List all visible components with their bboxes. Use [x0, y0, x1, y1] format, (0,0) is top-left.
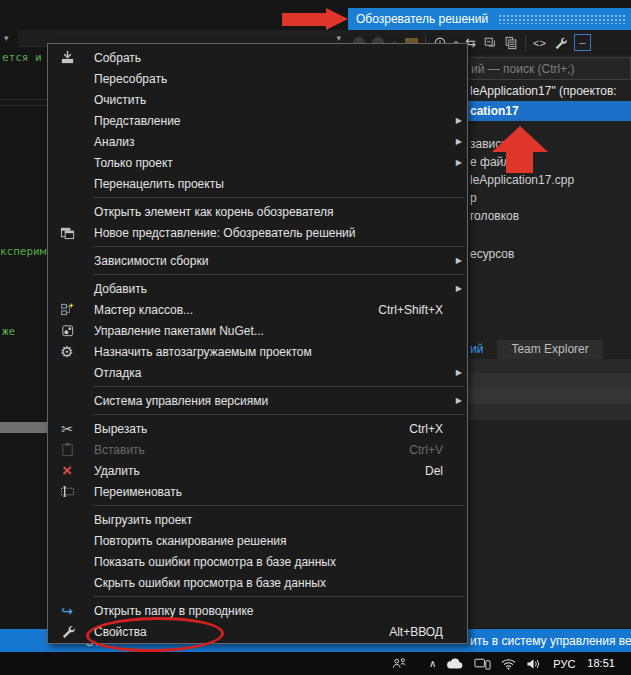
menu-item-clean[interactable]: Очистить [48, 89, 467, 110]
nuget-icon [57, 323, 77, 339]
menu-item-rename[interactable]: Переименовать [48, 481, 467, 502]
screen: ▾ ▾ ется иксперимже Обозреватель решений… [0, 0, 631, 675]
annotation-arrow-up-head [492, 126, 548, 152]
menu-item-label: Мастер классов... [94, 303, 193, 317]
submenu-arrow-icon: ▶ [456, 396, 462, 405]
tab-team-explorer[interactable]: Team Explorer [497, 340, 602, 359]
menu-item-scope-to-this[interactable]: Открыть элемент как корень обозревателя [48, 201, 467, 222]
properties-row [456, 359, 631, 373]
search-input[interactable]: ий — поиск (Ctrl+;) [458, 57, 631, 80]
people-icon[interactable] [392, 656, 407, 671]
show-all-files-icon[interactable] [504, 36, 518, 50]
menu-item-set-startup-project[interactable]: ⚙Назначить автозагружаемым проектом [48, 341, 467, 362]
menu-separator [93, 505, 464, 506]
menu-item-label: Вставить [94, 443, 145, 457]
menu-item-label: Новое представление: Обозреватель решени… [94, 226, 355, 240]
chevron-up-icon[interactable]: ∧ [429, 658, 436, 669]
menu-item-project-only[interactable]: Только проект▶ [48, 152, 467, 173]
menu-item-label: Пересобрать [94, 72, 167, 86]
tree-item-3[interactable]: р [470, 189, 477, 207]
panel-title: Обозреватель решений [356, 12, 488, 26]
rename-icon [57, 484, 77, 500]
solution-explorer-title-bar[interactable]: Обозреватель решений [348, 8, 631, 30]
paste-icon [57, 442, 77, 458]
menu-item-label: Переименовать [94, 485, 182, 499]
menu-item-shortcut: Ctrl+V [409, 443, 443, 457]
properties-row [456, 404, 631, 420]
clock[interactable]: 18:51 [587, 658, 615, 669]
menu-item-label: Перенацелить проекты [94, 177, 224, 191]
selected-project-node[interactable]: cation17 [455, 101, 631, 121]
wifi-icon[interactable] [501, 658, 516, 670]
code-comment-fragment: же [2, 325, 15, 338]
menu-item-build-dependencies[interactable]: Зависимости сборки▶ [48, 250, 467, 271]
dock-pin-icon[interactable]: ─ [574, 34, 591, 51]
menu-item-source-control[interactable]: Система управления версиями▶ [48, 390, 467, 411]
solution-node[interactable]: leApplication17" (проектов: [470, 84, 617, 98]
menu-item-debug[interactable]: Отладка▶ [48, 362, 467, 383]
collapse-all-icon[interactable] [483, 36, 497, 50]
menu-separator [93, 246, 464, 247]
view-code-icon[interactable]: <> [533, 37, 546, 49]
selected-project-label: cation17 [470, 104, 519, 118]
menu-item-hide-db-errors[interactable]: Скрыть ошибки просмотра в базе данных [48, 572, 467, 593]
submenu-arrow-icon: ▶ [456, 284, 462, 293]
editor-divider [0, 99, 47, 100]
menu-item-shortcut: Ctrl+Shift+X [378, 303, 443, 317]
properties-wrench-icon[interactable] [553, 36, 567, 50]
menu-item-paste: ВставитьCtrl+V [48, 439, 467, 460]
menu-item-label: Вырезать [94, 422, 147, 436]
language-indicator[interactable]: РУС [553, 658, 575, 670]
menu-item-label: Управление пакетами NuGet... [94, 324, 264, 338]
speaker-icon[interactable] [526, 658, 541, 670]
search-placeholder: ий — поиск (Ctrl+;) [471, 62, 575, 76]
menu-item-rescan-solution[interactable]: Повторить сканирование решения [48, 530, 467, 551]
menu-item-label: Удалить [94, 464, 140, 478]
tree-item-4[interactable]: головков [470, 207, 519, 225]
menu-separator [93, 414, 464, 415]
menu-item-label: Только проект [94, 156, 173, 170]
annotation-arrow-up [506, 152, 533, 173]
menu-item-open-folder-in-explorer[interactable]: ↪Открыть папку в проводнике [48, 600, 467, 621]
menu-item-view[interactable]: Представление▶ [48, 110, 467, 131]
menu-item-add[interactable]: Добавить▶ [48, 278, 467, 299]
title-grip-texture [498, 14, 627, 24]
delete-icon: × [57, 463, 77, 479]
menu-separator [93, 197, 464, 198]
menu-item-label: Открыть элемент как корень обозревателя [94, 205, 334, 219]
editor-scroll-band [0, 422, 47, 433]
windows-taskbar: ∧ РУС 18:51 [0, 652, 631, 675]
devices-icon[interactable] [474, 657, 491, 671]
menu-item-label: Выгрузить проект [94, 513, 192, 527]
submenu-arrow-icon: ▶ [456, 116, 462, 125]
editor-divider [0, 105, 47, 106]
menu-item-cut[interactable]: ✂ВырезатьCtrl+X [48, 418, 467, 439]
tree-item-2[interactable]: leApplication17.cpp [470, 171, 574, 189]
tab-solution-explorer[interactable]: ий [470, 340, 483, 359]
menu-item-show-db-errors[interactable]: Показать ошибки просмотра в базе данных [48, 551, 467, 572]
menu-item-analyze[interactable]: Анализ▶ [48, 131, 467, 152]
menu-item-manage-nuget[interactable]: Управление пакетами NuGet... [48, 320, 467, 341]
tree-item-5[interactable]: есурсов [470, 245, 514, 263]
editor-dropdown-caret-left[interactable]: ▾ [4, 30, 9, 46]
annotation-arrow-right [282, 13, 326, 26]
submenu-arrow-icon: ▶ [456, 256, 462, 265]
menu-separator [93, 274, 464, 275]
menu-item-shortcut: Ctrl+X [409, 422, 443, 436]
menu-item-build[interactable]: Собрать [48, 47, 467, 68]
menu-item-label: Добавить [94, 282, 147, 296]
code-comment-fragment: ксперим [0, 245, 46, 258]
menu-separator [93, 596, 464, 597]
add-to-source-control-button[interactable]: ить в систему управления ве [470, 634, 631, 648]
menu-item-label: Анализ [94, 135, 135, 149]
onedrive-cloud-icon[interactable] [446, 657, 464, 670]
menu-item-label: Скрыть ошибки просмотра в базе данных [94, 576, 326, 590]
menu-item-new-solution-explorer-view[interactable]: Новое представление: Обозреватель решени… [48, 222, 467, 243]
menu-item-shortcut: Del [425, 464, 443, 478]
menu-item-unload-project[interactable]: Выгрузить проект [48, 509, 467, 530]
menu-item-rebuild[interactable]: Пересобрать [48, 68, 467, 89]
annotation-arrow-right-head [326, 8, 348, 30]
menu-item-retarget-projects[interactable]: Перенацелить проекты [48, 173, 467, 194]
menu-item-delete[interactable]: ×УдалитьDel [48, 460, 467, 481]
menu-item-class-wizard[interactable]: Мастер классов...Ctrl+Shift+X [48, 299, 467, 320]
